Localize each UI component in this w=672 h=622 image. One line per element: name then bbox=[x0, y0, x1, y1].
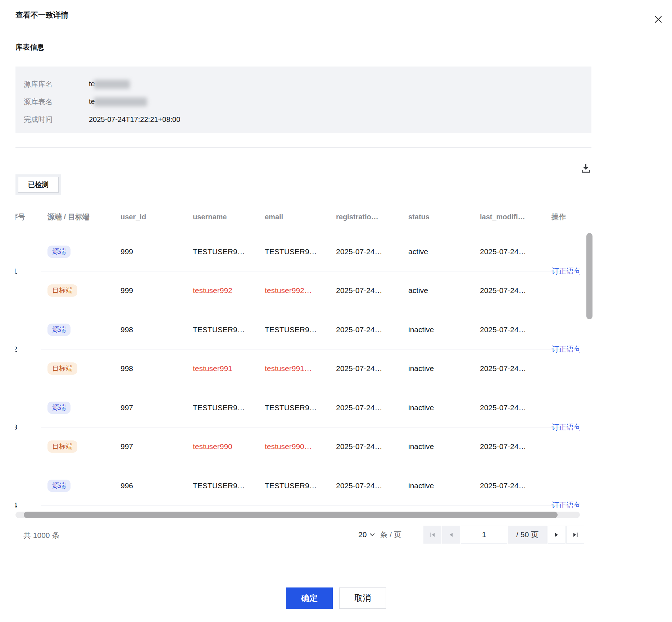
info-value-masked: te bbox=[89, 97, 147, 106]
chevron-down-icon bbox=[370, 533, 375, 536]
col-header-action: 操作 bbox=[551, 212, 566, 221]
first-page-button[interactable] bbox=[423, 526, 441, 544]
info-label: 源库库名 bbox=[24, 79, 73, 89]
cell-last-modified: 2025-07-24… bbox=[480, 247, 526, 256]
col-header-email: email bbox=[265, 212, 283, 221]
cell-user-id: 997 bbox=[121, 442, 133, 451]
cell-registration: 2025-07-24… bbox=[336, 481, 382, 490]
col-header-user-id: user_id bbox=[121, 212, 146, 221]
confirm-button[interactable]: 确定 bbox=[286, 587, 333, 609]
endpoint-cell: 目标端 bbox=[47, 284, 77, 297]
table-row-pair: 3 源端 997 TESTUSER9… TESTUSER9… 2025-07-2… bbox=[15, 388, 580, 466]
col-header-last-modified: last_modifi… bbox=[480, 212, 525, 221]
source-badge: 源端 bbox=[47, 324, 71, 336]
total-count-label: 共 1000 条 bbox=[23, 530, 59, 540]
table-row-source: 源端 998 TESTUSER9… TESTUSER9… 2025-07-24…… bbox=[15, 310, 580, 349]
endpoint-cell: 目标端 bbox=[47, 440, 77, 453]
page-size-unit: 条 / 页 bbox=[380, 530, 401, 540]
cell-username: testuser991 bbox=[193, 364, 232, 373]
cell-user-id: 999 bbox=[121, 247, 133, 256]
correction-statement-link[interactable]: 订正语句 bbox=[551, 344, 580, 354]
cell-username: TESTUSER9… bbox=[193, 325, 245, 334]
source-badge: 源端 bbox=[47, 402, 71, 414]
info-row-source-db: 源库库名 te bbox=[24, 76, 591, 93]
download-button[interactable] bbox=[577, 160, 594, 177]
table-row-pair: 2 源端 998 TESTUSER9… TESTUSER9… 2025-07-2… bbox=[15, 310, 580, 388]
close-icon bbox=[654, 15, 663, 24]
cell-last-modified: 2025-07-24… bbox=[480, 442, 526, 451]
cell-registration: 2025-07-24… bbox=[336, 403, 382, 412]
cell-username: testuser990 bbox=[193, 442, 232, 451]
correction-statement-link[interactable]: 订正语句 bbox=[551, 500, 580, 508]
cell-status: inactive bbox=[408, 325, 434, 334]
info-label: 源库表名 bbox=[24, 97, 73, 107]
info-row-source-table: 源库表名 te bbox=[24, 93, 591, 111]
col-header-registration: registratio… bbox=[336, 212, 378, 221]
cell-status: active bbox=[408, 286, 428, 295]
close-button[interactable] bbox=[650, 11, 667, 28]
tab-checked[interactable]: 已检测 bbox=[18, 177, 59, 193]
table-row-pair: 4 源端 996 TESTUSER9… TESTUSER9… 2025-07-2… bbox=[15, 466, 580, 508]
cell-username: TESTUSER9… bbox=[193, 247, 245, 256]
cell-user-id: 996 bbox=[121, 481, 133, 490]
cell-username: TESTUSER9… bbox=[193, 481, 245, 490]
table-row-target bbox=[15, 505, 580, 508]
table-row-source: 源端 996 TESTUSER9… TESTUSER9… 2025-07-24…… bbox=[15, 466, 580, 505]
horizontal-scrollbar-thumb[interactable] bbox=[24, 512, 558, 518]
cell-user-id: 998 bbox=[121, 364, 133, 373]
cell-email: testuser991… bbox=[265, 364, 312, 373]
next-page-icon bbox=[554, 532, 559, 538]
cell-email: testuser992… bbox=[265, 286, 312, 295]
finish-time-value: 2025-07-24T17:22:21+08:00 bbox=[89, 115, 180, 124]
col-header-status: status bbox=[408, 212, 430, 221]
blurred-text-block bbox=[94, 80, 130, 89]
prev-page-button[interactable] bbox=[442, 526, 460, 544]
cell-user-id: 997 bbox=[121, 403, 133, 412]
page-size-select[interactable]: 20 条 / 页 bbox=[358, 526, 401, 544]
cell-last-modified: 2025-07-24… bbox=[480, 325, 526, 334]
col-header-endpoint: 源端 / 目标端 bbox=[47, 212, 90, 221]
cell-last-modified: 2025-07-24… bbox=[480, 286, 526, 295]
cancel-button[interactable]: 取消 bbox=[339, 587, 386, 609]
target-badge: 目标端 bbox=[47, 440, 77, 453]
cell-last-modified: 2025-07-24… bbox=[480, 403, 526, 412]
endpoint-cell: 目标端 bbox=[47, 362, 77, 375]
table-row-target: 目标端 998 testuser991 testuser991… 2025-07… bbox=[15, 349, 580, 388]
cell-email: TESTUSER9… bbox=[265, 247, 317, 256]
table-row-source: 源端 999 TESTUSER9… TESTUSER9… 2025-07-24…… bbox=[15, 232, 580, 271]
cell-status: inactive bbox=[408, 403, 434, 412]
next-page-button[interactable] bbox=[548, 526, 566, 544]
table-row-target: 目标端 999 testuser992 testuser992… 2025-07… bbox=[15, 271, 580, 310]
prev-page-icon bbox=[449, 532, 453, 538]
filter-tab-group: 已检测 bbox=[15, 174, 61, 195]
endpoint-cell: 源端 bbox=[47, 246, 71, 258]
cell-status: inactive bbox=[408, 442, 434, 451]
cell-last-modified: 2025-07-24… bbox=[480, 481, 526, 490]
page-number-input[interactable] bbox=[461, 526, 507, 544]
section-title: 库表信息 bbox=[15, 42, 44, 52]
table-info-panel: 源库库名 te 源库表名 te 完成时间 2025-07-24T17:22:21… bbox=[15, 67, 591, 133]
diff-table: 序号 源端 / 目标端 user_id username email regis… bbox=[15, 201, 580, 508]
inconsistency-detail-dialog: { "modal": { "title": "查看不一致详情" }, "info… bbox=[0, 0, 672, 622]
cell-email: TESTUSER9… bbox=[265, 403, 317, 412]
table-row-source: 源端 997 TESTUSER9… TESTUSER9… 2025-07-24…… bbox=[15, 388, 580, 427]
cell-email: testuser990… bbox=[265, 442, 312, 451]
correction-statement-link[interactable]: 订正语句 bbox=[551, 422, 580, 432]
cell-status: active bbox=[408, 247, 428, 256]
col-header-username: username bbox=[193, 212, 227, 221]
info-value-masked: te bbox=[89, 80, 130, 89]
correction-statement-link[interactable]: 订正语句 bbox=[551, 266, 580, 276]
download-icon bbox=[581, 163, 591, 173]
cell-registration: 2025-07-24… bbox=[336, 286, 382, 295]
cell-user-id: 998 bbox=[121, 325, 133, 334]
last-page-button[interactable] bbox=[566, 526, 584, 544]
section-divider bbox=[15, 147, 591, 148]
first-page-icon bbox=[430, 532, 435, 538]
info-row-finish-time: 完成时间 2025-07-24T17:22:21+08:00 bbox=[24, 111, 591, 128]
blurred-text-block bbox=[94, 97, 147, 106]
cell-registration: 2025-07-24… bbox=[336, 364, 382, 373]
pagination: / 50 页 bbox=[423, 526, 584, 544]
source-badge: 源端 bbox=[47, 480, 71, 492]
table-row-target: 目标端 997 testuser990 testuser990… 2025-07… bbox=[15, 427, 580, 466]
vertical-scrollbar-thumb[interactable] bbox=[586, 233, 592, 319]
